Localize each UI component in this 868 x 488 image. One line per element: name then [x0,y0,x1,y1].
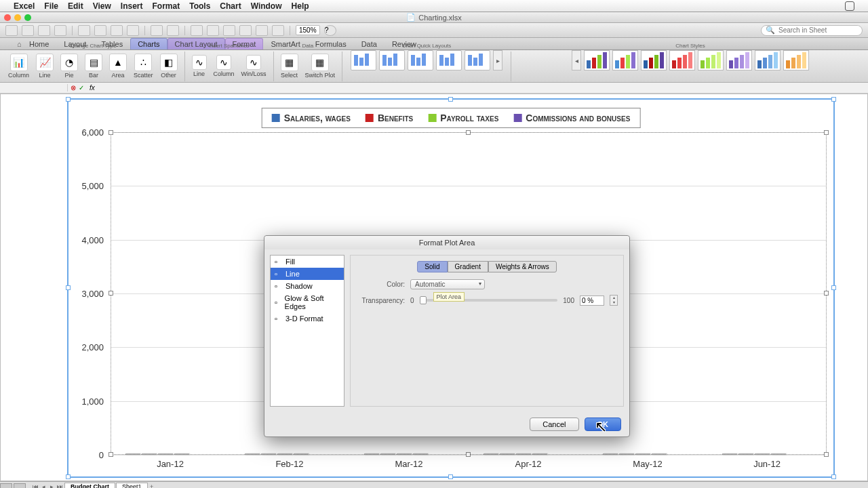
chart-style-3[interactable] [641,50,667,70]
new-doc-icon[interactable] [5,25,18,36]
menu-view[interactable]: View [93,1,111,11]
quick-layout-1[interactable] [351,50,376,70]
quick-layout-3[interactable] [408,50,433,70]
sheet-tab-sheet1[interactable]: Sheet1 [116,483,148,488]
chart-style-8[interactable] [783,50,809,70]
tab-smartart[interactable]: SmartArt [263,38,307,49]
zoom-dropdown[interactable]: 150% [296,25,320,35]
chart-type-line[interactable]: 📈 Line [33,52,56,80]
name-box[interactable] [0,84,68,92]
dialog-side-line[interactable]: ▫Line [271,268,344,280]
sparkline-win-loss[interactable]: ∿Win/Loss [239,54,269,79]
enter-formula-icon[interactable]: ✓ [79,84,84,92]
menu-file[interactable]: File [44,1,58,11]
bar-payroll-taxes-Feb-12[interactable] [277,453,292,455]
transparency-stepper[interactable]: ▴▾ [610,295,618,306]
menu-help[interactable]: Help [292,1,309,11]
sort-asc-icon[interactable] [207,25,219,36]
bar-benefits-Jan-12[interactable] [142,453,157,455]
data-switch-plot[interactable]: ▦Switch Plot [302,52,338,80]
search-input[interactable] [777,26,859,35]
cancel-formula-icon[interactable]: ⊗ [71,84,76,92]
tab-charts[interactable]: Charts [130,38,167,49]
chart-styles-prev[interactable]: ◂ [572,50,581,70]
dialog-tab-weights-arrows[interactable]: Weights & Arrows [488,261,557,272]
redo-icon[interactable] [167,25,179,36]
bar-payroll-taxes-Jan-12[interactable] [158,453,173,455]
dialog-tab-solid[interactable]: Solid [417,261,447,272]
toolbox-icon[interactable] [272,25,284,36]
quick-layout-5[interactable] [465,50,490,70]
bar-salaries-wages-May-12[interactable] [603,453,618,455]
chart-type-column[interactable]: 📊 Column [5,52,32,80]
menu-window[interactable]: Window [251,1,282,11]
spotlight-icon[interactable] [845,1,854,11]
sheet-nav-first[interactable]: ⏮ [31,483,39,489]
bar-commissions-and-bonuses-Apr-12[interactable] [532,453,547,455]
undo-icon[interactable] [151,25,163,36]
chart-type-scatter[interactable]: ∴ Scatter [131,52,156,80]
menu-chart[interactable]: Chart [220,1,241,11]
window-controls[interactable] [4,14,31,21]
bar-salaries-wages-Jun-12[interactable] [722,453,737,455]
filter-icon[interactable] [239,25,252,36]
copy-icon[interactable] [94,25,106,36]
format-painter-icon[interactable] [127,25,139,36]
bar-payroll-taxes-Jun-12[interactable] [755,453,770,455]
legend-item[interactable]: Commissions and bonuses [513,113,630,123]
open-icon[interactable] [22,25,34,36]
dialog-tab-gradient[interactable]: Gradient [448,261,488,272]
app-name[interactable]: Excel [14,1,35,11]
bar-salaries-wages-Jan-12[interactable] [125,453,140,455]
transparency-input[interactable] [580,296,604,306]
dialog-side-shadow[interactable]: ▫Shadow [271,280,344,292]
legend-item[interactable]: Benefits [366,113,413,123]
chart-type-bar[interactable]: ▤ Bar [82,52,105,80]
bar-benefits-Mar-12[interactable] [380,453,395,455]
bar-salaries-wages-Mar-12[interactable] [364,453,379,455]
sort-desc-icon[interactable] [223,25,235,36]
legend-item[interactable]: Salaries, wages [272,113,351,123]
chart-style-5[interactable] [698,50,724,70]
bar-commissions-and-bonuses-Jan-12[interactable] [174,453,189,455]
bar-salaries-wages-Feb-12[interactable] [245,453,260,455]
bar-salaries-wages-Apr-12[interactable] [484,453,498,455]
page-layout-view-icon[interactable] [14,483,26,489]
zoom-window-icon[interactable] [24,14,31,21]
sheet-nav-next[interactable]: ▸ [47,483,56,489]
sheet-tab-budget-chart[interactable]: Budget Chart [64,483,115,488]
tab-min-icon[interactable]: ⌂ [14,38,22,49]
sparkline-line[interactable]: ∿Line [189,54,210,79]
dialog-side-glow-soft-edges[interactable]: ▫Glow & Soft Edges [271,292,344,312]
chart-type-pie[interactable]: ◔ Pie [58,52,81,80]
sum-icon[interactable] [191,25,203,36]
chart-type-area[interactable]: ▲ Area [106,52,130,80]
search-in-sheet[interactable]: 🔍 [761,25,863,36]
bar-benefits-May-12[interactable] [619,453,634,455]
cancel-button[interactable]: Cancel [530,418,578,431]
add-sheet-icon[interactable]: + [148,483,156,489]
dialog-side-fill[interactable]: ▫Fill [271,256,344,268]
bar-commissions-and-bonuses-May-12[interactable] [652,453,667,455]
cut-icon[interactable] [78,25,90,36]
menu-format[interactable]: Format [153,1,180,11]
sheet-nav-last[interactable]: ⏭ [56,483,64,489]
tab-formulas[interactable]: Formulas [308,38,354,49]
menu-insert[interactable]: Insert [121,1,143,11]
menu-tools[interactable]: Tools [189,1,210,11]
quick-layout-more[interactable]: ▸ [493,50,502,70]
menu-edit[interactable]: Edit [68,1,83,11]
chart-type-other[interactable]: ◧ Other [157,52,180,80]
transparency-slider[interactable]: Plot Area [420,299,558,302]
close-window-icon[interactable] [4,14,11,21]
legend-item[interactable]: Payroll taxes [428,113,498,123]
bar-payroll-taxes-May-12[interactable] [635,453,650,455]
chart-legend[interactable]: Salaries, wages Benefits Payroll taxes C… [262,108,641,128]
bar-commissions-and-bonuses-Mar-12[interactable] [413,453,428,455]
sparkline-column[interactable]: ∿Column [211,54,237,79]
tab-home[interactable]: Home [22,38,56,49]
bar-benefits-Apr-12[interactable] [500,453,515,455]
sheet-nav-prev[interactable]: ◂ [39,483,47,489]
bar-payroll-taxes-Mar-12[interactable] [397,453,412,455]
chart-style-4[interactable] [669,50,695,70]
